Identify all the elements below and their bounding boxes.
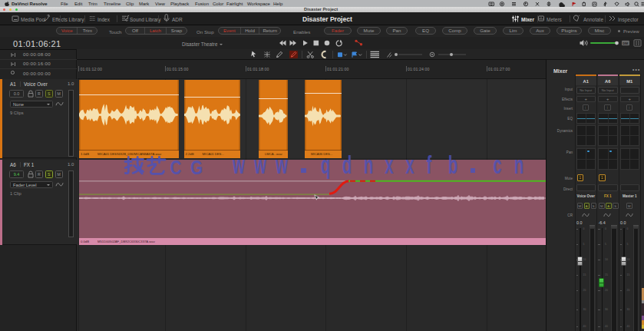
svg-text:DIM: DIM <box>623 42 628 45</box>
